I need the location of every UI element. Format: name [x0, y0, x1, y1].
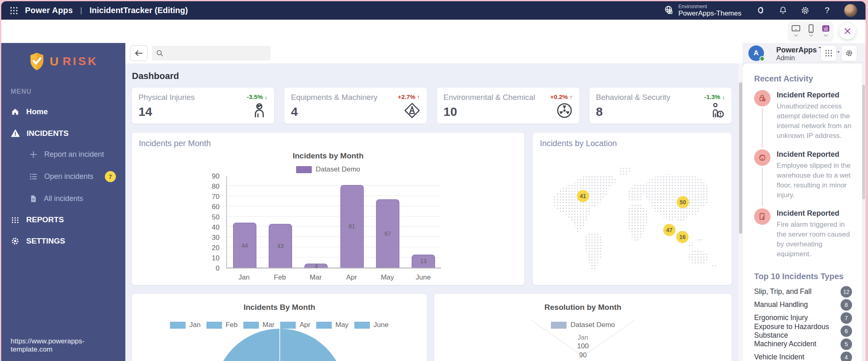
map-marker[interactable]: 16 — [676, 231, 689, 243]
sidebar-item-home[interactable]: Home — [1, 101, 125, 122]
recent-activity-list: Incident Reported Unauthorized access at… — [754, 90, 852, 268]
bar-chart-y-tick: 10 — [203, 254, 220, 262]
bottom-charts-row: Incidents By Month JanFebMarAprMayJune R… — [131, 293, 732, 361]
legend-label: Feb — [226, 321, 238, 329]
radar-chart-legend[interactable]: Dataset Demo — [434, 321, 732, 329]
pie-legend-item[interactable]: Feb — [206, 321, 238, 329]
bar[interactable]: 4 — [304, 264, 328, 268]
bar[interactable]: 81 — [340, 185, 364, 268]
stat-card-physical-injuries[interactable]: Physical Injuries -3.5% ↓ 14 — [131, 87, 274, 124]
map-marker[interactable]: 47 — [663, 224, 675, 236]
notifications-bell-icon[interactable] — [777, 5, 788, 16]
activity-item[interactable]: Incident Reported Fire alarm triggered i… — [754, 208, 852, 268]
user-avatar[interactable] — [844, 4, 857, 17]
tablet-preview-button-selected[interactable] — [821, 24, 830, 37]
legend-swatch — [354, 322, 370, 329]
desktop-preview-button[interactable] — [791, 24, 801, 37]
legend-swatch — [316, 322, 332, 329]
top-incident-count-badge: 5 — [841, 338, 852, 350]
charts-row: Incidents per Month Incidents by Month D… — [131, 132, 732, 285]
radar-chart-title: Resolution by Month — [434, 303, 732, 312]
activity-item[interactable]: Incident Reported Employee slipped in th… — [754, 149, 852, 209]
sidebar-item-incidents[interactable]: INCIDENTS — [1, 122, 125, 144]
app-launcher-waffle-icon[interactable] — [9, 6, 18, 15]
map-marker[interactable]: 41 — [577, 190, 589, 202]
bar-chart-y-tick: 40 — [203, 223, 220, 232]
legend-label: June — [374, 321, 389, 329]
search-box[interactable] — [152, 46, 271, 61]
top-incidents-title: Top 10 Incidents Types — [754, 272, 852, 281]
document-icon — [29, 194, 37, 203]
search-input[interactable] — [167, 49, 267, 57]
page-title: Dashboard — [132, 71, 743, 81]
panel-settings-button[interactable] — [841, 45, 857, 61]
main-scrollbar[interactable] — [739, 63, 743, 361]
pie-legend-item[interactable]: Mar — [243, 321, 274, 329]
right-panel-user-header: A PowerApps Tem... Admin — [743, 43, 866, 63]
main-content: Dashboard Physical Injuries -3.5% ↓ 14 — [125, 43, 743, 361]
legend-label: Dataset Demo — [316, 165, 360, 174]
pie-legend-item[interactable]: June — [354, 321, 389, 329]
settings-gear-icon[interactable] — [800, 5, 810, 16]
radar-axis-label: Jan — [434, 334, 732, 341]
close-preview-button[interactable] — [839, 23, 856, 39]
copilot-icon[interactable] — [755, 5, 766, 16]
bar-value-label: 4 — [305, 263, 327, 269]
document-title[interactable]: InicidentTracker (Editing) — [90, 6, 188, 15]
scrollbar-thumb[interactable] — [739, 82, 742, 234]
activity-item[interactable]: Incident Reported Unauthorized access at… — [754, 90, 852, 149]
admin-avatar[interactable]: A — [748, 45, 764, 61]
top-incident-label: Exposure to Hazardous Substance — [754, 323, 841, 340]
environment-picker[interactable]: Environment PowerApps-Themes — [664, 4, 741, 18]
footer-url[interactable]: https://www.powerapps-template.com — [11, 337, 125, 354]
legend-swatch — [280, 322, 296, 329]
right-panel-scrollbar[interactable] — [862, 63, 866, 361]
pie-legend-item[interactable]: Apr — [280, 321, 310, 329]
pie-legend-item[interactable]: May — [316, 321, 349, 329]
stat-card-environmental-chemical[interactable]: Environmental & Chemical +0.2% ↑ 10 — [437, 87, 580, 124]
bar-chart-y-axis: 9080706050403020100 — [202, 176, 223, 268]
bar-chart-legend[interactable]: Dataset Demo — [132, 165, 524, 174]
bar-chart-x-axis: JanFebMarAprMayJune — [226, 273, 441, 282]
bar[interactable]: 43 — [269, 224, 292, 268]
pie-legend-item[interactable]: Jan — [170, 321, 200, 329]
grid-icon — [11, 215, 20, 224]
sidebar-item-settings[interactable]: SETTINGS — [1, 230, 125, 252]
bar[interactable]: 13 — [412, 255, 435, 268]
trend-up-arrow-icon: ↑ — [417, 93, 420, 100]
scrollbar-thumb[interactable] — [862, 85, 865, 199]
injury-face-icon — [754, 149, 771, 166]
bar-slot: 81 — [334, 176, 370, 268]
top-incident-row: Exposure to Hazardous Substance6 — [754, 325, 852, 338]
map-marker[interactable]: 50 — [677, 196, 689, 208]
back-button[interactable] — [130, 45, 147, 61]
online-status-dot — [759, 56, 765, 61]
sidebar-item-report-incident[interactable]: Report an incident — [1, 144, 125, 165]
sidebar-item-open-incidents[interactable]: Open incidents 7 — [1, 165, 125, 188]
legend-label: May — [335, 321, 349, 329]
help-icon[interactable]: ? — [822, 5, 832, 16]
stat-card-behavioral-security[interactable]: Behavioral & Security -1.3% ↓ 8 — [589, 87, 732, 124]
stat-card-equipments-machinery[interactable]: Equipments & Machinery +2.7% ↑ 4 — [284, 87, 427, 124]
bar-chart-x-tick: Jan — [226, 273, 262, 282]
bar-slot: 44 — [227, 176, 263, 268]
phone-preview-button[interactable] — [808, 24, 814, 37]
trend-down-arrow-icon: ↓ — [722, 93, 725, 100]
top-incident-row: Manual Handling8 — [754, 298, 852, 311]
radiation-icon — [555, 102, 573, 120]
top-incidents-list: Slip, Trip, and Fall12Manual Handling8Er… — [754, 285, 852, 361]
panel-apps-button[interactable] — [820, 45, 837, 61]
device-preview-group — [788, 21, 834, 42]
stat-value: 14 — [138, 105, 152, 119]
sidebar-item-label: All incidents — [44, 194, 83, 203]
bar[interactable]: 44 — [233, 223, 256, 268]
sidebar-item-all-incidents[interactable]: All incidents — [1, 188, 125, 209]
app-logo: U RISK — [1, 52, 125, 71]
sidebar-item-reports[interactable]: REPORTS — [1, 209, 125, 230]
activity-description: Employee slipped in the warehouse due to… — [777, 161, 852, 201]
app-title[interactable]: Power Apps — [25, 6, 73, 15]
close-icon — [844, 27, 851, 35]
bar[interactable]: 67 — [376, 199, 399, 268]
top-incident-count-badge: 12 — [841, 286, 852, 298]
card-heading: Incidents per Month — [132, 133, 524, 148]
